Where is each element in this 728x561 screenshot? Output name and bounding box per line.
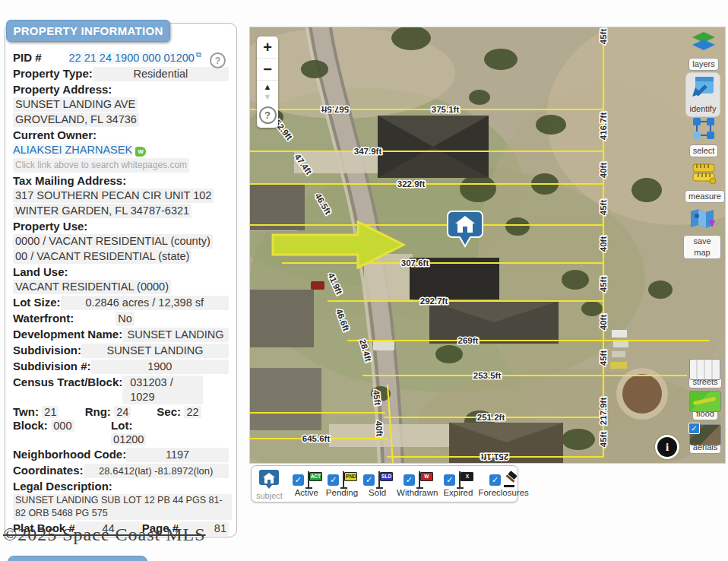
tax-mailing-row: Tax Mailing Address: 317 SOUTHERN PECAN … xyxy=(13,173,229,218)
zoom-in-button[interactable]: + xyxy=(257,36,278,59)
legend-item-pending: ✓ PND Pending xyxy=(326,471,358,497)
lot-size-value: 0.2846 acres / 12,398 sf xyxy=(61,296,229,310)
aerials-checked-icon: ✓ xyxy=(688,423,700,434)
sec-value: 22 xyxy=(184,406,201,418)
flood-thumbnail xyxy=(689,391,721,412)
tax-mailing-line1: 317 SOUTHERN PECAN CIR UNIT 102 xyxy=(13,189,214,203)
twn-rng-sec-row: Twn: 21 Rng: 24 Sec: 22 xyxy=(13,405,229,419)
twn-label: Twn: xyxy=(13,405,39,418)
property-information-panel: ? PID # 22 21 24 1900 000 01200⧉ Propert… xyxy=(5,23,237,537)
aerial-map[interactable]: 567.5ft 375.1ft 347.9ft 322.9ft 307.6ft … xyxy=(249,27,726,464)
block-label: Block: xyxy=(13,419,48,432)
map-info-button[interactable]: i xyxy=(655,435,679,459)
external-link-icon: ⧉ xyxy=(196,50,201,59)
svg-text:251.1ft: 251.1ft xyxy=(481,452,509,461)
map-help-icon[interactable]: ? xyxy=(259,106,277,124)
mls-map-page: { "panel": { "header": "PROPERTY INFORMA… xyxy=(0,0,728,561)
sold-label: Sold xyxy=(363,488,391,497)
legend-subject: subject xyxy=(256,468,283,500)
property-address-line1: SUNSET LANDING AVE xyxy=(13,97,138,112)
property-address-row: Property Address: SUNSET LANDING AVE GRO… xyxy=(13,82,229,127)
owner-hint: Click link above to search whitepages.co… xyxy=(13,158,189,173)
block-value: 000 xyxy=(51,420,74,432)
measure-label: measure xyxy=(685,190,725,203)
withdrawn-label: Withdrawn xyxy=(397,488,438,497)
waterfront-label: Waterfront: xyxy=(13,311,74,325)
active-label: Active xyxy=(293,488,321,497)
zoom-out-button[interactable]: − xyxy=(257,59,278,81)
basemap-flood[interactable]: flood xyxy=(686,391,724,420)
pid-link[interactable]: 22 21 24 1900 000 01200 xyxy=(69,52,195,64)
legal-description-value: SUNSET LANDING SUB LOT 12 PB 44 PGS 81-8… xyxy=(13,494,232,520)
save-map-icon xyxy=(688,207,717,231)
legend-item-expired: ✓ X Expired xyxy=(443,471,473,497)
layers-label: layers xyxy=(688,58,718,71)
svg-text:45ft: 45ft xyxy=(599,200,608,216)
expired-label: Expired xyxy=(443,488,473,497)
block-lot-row: Block: 000 Lot:01200 xyxy=(13,419,229,446)
svg-text:251.2ft: 251.2ft xyxy=(477,413,505,422)
svg-text:45ft: 45ft xyxy=(599,277,608,293)
property-address-line2: GROVELAND, FL 34736 xyxy=(13,113,139,127)
subdivision-number-label: Subdivision #: xyxy=(13,359,91,373)
rng-label: Rng: xyxy=(85,405,111,418)
subdivision-label: Subdivision: xyxy=(13,343,81,357)
svg-text:322.9ft: 322.9ft xyxy=(397,179,426,189)
map-legend-bar: subject ✓ ACT Active ✓ PND Pending ✓ SLD… xyxy=(251,465,518,502)
basemap-streets[interactable]: streets xyxy=(686,359,724,388)
streets-thumbnail xyxy=(689,359,721,380)
current-owner-label: Current Owner: xyxy=(13,128,97,141)
legal-description-row: Legal Description: SUNSET LANDING SUB LO… xyxy=(13,479,229,520)
tool-identify[interactable]: identify xyxy=(686,73,720,116)
svg-text:45ft: 45ft xyxy=(372,389,382,406)
property-type-row: Property Type: Residential xyxy=(13,66,229,81)
twn-value: 21 xyxy=(42,406,59,418)
coordinates-value: 28.6412(lat) -81.8972(lon) xyxy=(84,464,229,478)
lot-size-row: Lot Size: 0.2846 acres / 12,398 sf xyxy=(13,295,229,310)
rng-value: 24 xyxy=(114,406,131,418)
active-flag-icon: ACT xyxy=(305,471,321,488)
sold-checkbox[interactable]: ✓ xyxy=(363,474,375,486)
pan-control[interactable]: ▲▼ xyxy=(257,81,278,103)
tool-measure[interactable]: measure xyxy=(685,161,723,203)
subject-pin-icon xyxy=(259,468,279,489)
basemap-aerials[interactable]: ✓ aerials xyxy=(686,424,724,454)
pending-checkbox[interactable]: ✓ xyxy=(328,474,339,486)
pid-row: PID # 22 21 24 1900 000 01200⧉ xyxy=(13,47,229,65)
tax-mailing-line2: WINTER GARDEN, FL 34787-6321 xyxy=(13,204,191,218)
svg-text:40ft: 40ft xyxy=(599,315,608,331)
tool-layers[interactable]: layers xyxy=(685,30,723,71)
withdrawn-checkbox[interactable]: ✓ xyxy=(404,474,415,486)
tool-select[interactable]: select xyxy=(685,116,723,157)
sec-label: Sec: xyxy=(157,405,181,418)
panel-help-icon[interactable]: ? xyxy=(210,52,226,68)
legal-description-label: Legal Description: xyxy=(13,480,112,493)
map-canvas: 567.5ft 375.1ft 347.9ft 322.9ft 307.6ft … xyxy=(250,27,725,463)
identify-icon xyxy=(691,75,715,98)
census-label: Census Tract/Block: xyxy=(13,375,122,389)
tool-save-map[interactable]: save map xyxy=(683,207,721,259)
sold-flag-icon: SLD xyxy=(376,471,391,488)
pid-label: PID # xyxy=(13,50,42,65)
census-row: Census Tract/Block: 031203 / 1029 xyxy=(13,375,229,404)
svg-text:253.5ft: 253.5ft xyxy=(473,371,502,380)
subdivision-value: SUNSET LANDING xyxy=(81,344,229,358)
select-label: select xyxy=(689,144,719,157)
foreclosures-label: Foreclosures xyxy=(478,488,528,497)
property-type-value: Residential xyxy=(93,67,229,81)
property-information-header[interactable]: PROPERTY INFORMATION xyxy=(6,20,170,42)
save-map-label: save map xyxy=(683,235,721,259)
pending-flag-icon: PND xyxy=(340,471,356,488)
foreclosures-checkbox[interactable]: ✓ xyxy=(489,474,501,486)
svg-text:45ft: 45ft xyxy=(599,29,608,45)
coordinates-row: Coordinates: 28.6412(lat) -81.8972(lon) xyxy=(13,463,229,478)
development-name-row: Development Name: SUNSET LANDING xyxy=(13,327,229,342)
owner-link[interactable]: ALIAKSEI ZHARNASEK xyxy=(13,144,132,156)
legend-item-withdrawn: ✓ W Withdrawn xyxy=(397,471,438,497)
next-section-tab-partial[interactable] xyxy=(8,556,147,561)
active-checkbox[interactable]: ✓ xyxy=(293,474,304,486)
property-use-label: Property Use: xyxy=(13,220,87,233)
layers-icon xyxy=(691,30,717,53)
expired-checkbox[interactable]: ✓ xyxy=(444,474,455,486)
waterfront-row: Waterfront: No xyxy=(13,311,229,326)
